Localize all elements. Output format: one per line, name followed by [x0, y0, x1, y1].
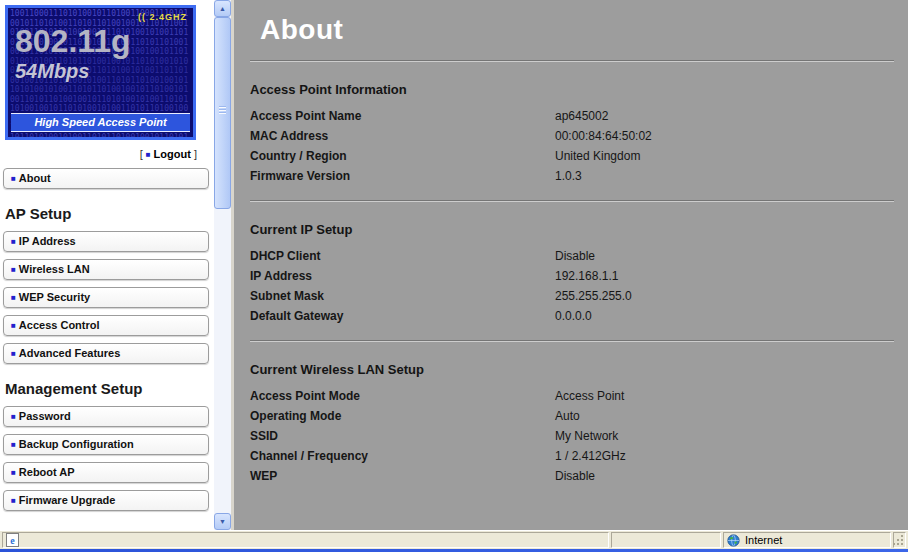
bullet-icon: ■ [11, 321, 16, 330]
info-label: WEP [250, 466, 555, 486]
info-row: WEP Disable [250, 466, 894, 486]
sidebar-item-label: IP Address [19, 235, 76, 247]
sidebar-item-label: Backup Configuration [19, 438, 134, 450]
info-label: Channel / Frequency [250, 446, 555, 466]
sidebar-scrollbar[interactable]: ▲ ▼ [214, 0, 231, 530]
sidebar-item-ip-address[interactable]: ■ IP Address [3, 231, 209, 252]
page-title: About [260, 14, 894, 46]
sidebar-item-label: Password [19, 410, 71, 422]
info-row: DHCP Client Disable [250, 246, 894, 266]
info-value: My Network [555, 426, 618, 446]
bullet-icon: ■ [11, 293, 16, 302]
status-main-panel: e [2, 532, 609, 548]
scroll-down-button[interactable]: ▼ [214, 513, 231, 530]
page-icon: e [6, 533, 19, 547]
sidebar-item-reboot-ap[interactable]: ■ Reboot AP [3, 462, 209, 483]
speed-label: 54Mbps [15, 60, 89, 83]
info-value: 1.0.3 [555, 166, 582, 186]
bullet-icon: ■ [11, 265, 16, 274]
section-heading: Current Wireless LAN Setup [250, 362, 894, 377]
scroll-up-icon: ▲ [219, 5, 226, 12]
sidebar-item-label: WEP Security [19, 291, 90, 303]
info-label: Access Point Mode [250, 386, 555, 406]
main-content: About Access Point Information Access Po… [234, 0, 908, 530]
info-label: MAC Address [250, 126, 555, 146]
info-value: Auto [555, 406, 580, 426]
info-row: IP Address 192.168.1.1 [250, 266, 894, 286]
resize-grip[interactable] [893, 532, 906, 548]
bullet-icon: ■ [11, 468, 16, 477]
frameset: 1001100011101010010110100110001110101001… [0, 0, 908, 530]
logout-label: Logout [154, 148, 191, 160]
browser-window: 1001100011101010010110100110001110101001… [0, 0, 908, 552]
info-label: Firmware Version [250, 166, 555, 186]
info-row: Channel / Frequency 1 / 2.412GHz [250, 446, 894, 466]
sidebar-item-backup-configuration[interactable]: ■ Backup Configuration [3, 434, 209, 455]
logout-row: [ ■Logout ] [3, 140, 209, 166]
sidebar-item-label: Access Control [19, 319, 100, 331]
sidebar: 1001100011101010010110100110001110101001… [0, 0, 231, 530]
wifi-standard-label: 802.11g [15, 23, 131, 60]
scrollbar-thumb[interactable] [214, 17, 231, 209]
info-row: Firmware Version 1.0.3 [250, 166, 894, 186]
product-logo: 1001100011101010010110100110001110101001… [5, 5, 196, 140]
info-label: Default Gateway [250, 306, 555, 326]
info-label: DHCP Client [250, 246, 555, 266]
internet-globe-icon [727, 534, 740, 547]
horizontal-rule [250, 340, 894, 342]
info-row: Access Point Name ap645002 [250, 106, 894, 126]
nav-heading-management-setup: Management Setup [5, 380, 209, 397]
status-bar: e Internet [0, 530, 908, 549]
sidebar-content: 1001100011101010010110100110001110101001… [0, 0, 214, 530]
sidebar-item-label: Advanced Features [19, 347, 120, 359]
frequency-label: (( 2.4GHZ [138, 12, 187, 22]
info-value: 255.255.255.0 [555, 286, 632, 306]
info-value: 00:00:84:64:50:02 [555, 126, 652, 146]
info-row: Country / Region United Kingdom [250, 146, 894, 166]
horizontal-rule [250, 200, 894, 202]
horizontal-rule [250, 60, 894, 62]
info-row: Operating Mode Auto [250, 406, 894, 426]
bullet-icon: ■ [11, 440, 16, 449]
bullet-icon: ■ [11, 412, 16, 421]
sidebar-item-label: Wireless LAN [19, 263, 90, 275]
info-label: Subnet Mask [250, 286, 555, 306]
info-row: MAC Address 00:00:84:64:50:02 [250, 126, 894, 146]
section-heading: Access Point Information [250, 82, 894, 97]
info-label: IP Address [250, 266, 555, 286]
sidebar-item-label: Firmware Upgrade [19, 494, 116, 506]
logout-link[interactable]: ■Logout [146, 148, 191, 160]
bullet-icon: ■ [11, 349, 16, 358]
sidebar-item-about[interactable]: ■ About [3, 168, 209, 189]
info-label: Operating Mode [250, 406, 555, 426]
section-access-point-information: Access Point Information Access Point Na… [250, 82, 894, 186]
bullet-icon: ■ [11, 237, 16, 246]
info-value: ap645002 [555, 106, 608, 126]
info-value: 1 / 2.412GHz [555, 446, 626, 466]
scroll-up-button[interactable]: ▲ [214, 0, 231, 17]
sidebar-item-firmware-upgrade[interactable]: ■ Firmware Upgrade [3, 490, 209, 511]
info-label: Access Point Name [250, 106, 555, 126]
info-label: Country / Region [250, 146, 555, 166]
sidebar-item-password[interactable]: ■ Password [3, 406, 209, 427]
scrollbar-track[interactable] [214, 17, 231, 513]
info-value: Access Point [555, 386, 624, 406]
section-current-wireless-lan-setup: Current Wireless LAN Setup Access Point … [250, 362, 894, 486]
bullet-icon: ■ [11, 174, 16, 183]
status-progress-panel [611, 532, 721, 548]
logout-open-bracket: [ [140, 148, 143, 160]
sidebar-item-wireless-lan[interactable]: ■ Wireless LAN [3, 259, 209, 280]
info-value: Disable [555, 466, 595, 486]
info-value: United Kingdom [555, 146, 640, 166]
bullet-icon: ■ [146, 150, 151, 159]
sidebar-item-label: Reboot AP [19, 466, 75, 478]
sidebar-item-wep-security[interactable]: ■ WEP Security [3, 287, 209, 308]
info-value: 0.0.0.0 [555, 306, 592, 326]
sidebar-item-access-control[interactable]: ■ Access Control [3, 315, 209, 336]
sidebar-item-advanced-features[interactable]: ■ Advanced Features [3, 343, 209, 364]
sidebar-item-label: About [19, 172, 51, 184]
nav-heading-ap-setup: AP Setup [5, 205, 209, 222]
section-heading: Current IP Setup [250, 222, 894, 237]
info-value: 192.168.1.1 [555, 266, 618, 286]
status-zone-panel: Internet [723, 532, 891, 548]
